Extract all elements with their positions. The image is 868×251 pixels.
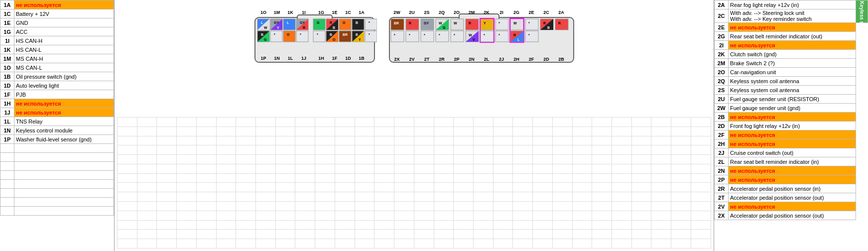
- grid-cell: [631, 136, 651, 145]
- grid-cell: [552, 230, 572, 239]
- svg-text:B: B: [547, 26, 550, 29]
- grid-cell: [631, 145, 651, 155]
- grid-cell: [374, 202, 394, 211]
- grid-cell: [216, 211, 236, 220]
- grid-cell: [256, 239, 276, 249]
- grid-cell: [157, 118, 177, 127]
- table-row: 2OCar-navigation unit: [715, 68, 868, 77]
- grid-cell: [216, 126, 236, 136]
- grid-cell: [434, 118, 454, 127]
- pin-description: не используется: [729, 202, 856, 211]
- grid-cell: [592, 220, 612, 230]
- svg-text:2N: 2N: [469, 57, 475, 62]
- grid-cell: [374, 173, 394, 183]
- svg-text:O: O: [343, 21, 346, 24]
- grid-cell: [355, 173, 374, 183]
- grid-cell: [671, 230, 691, 239]
- grid-cell: [572, 145, 592, 155]
- table-row: 2GRear seat belt reminder indicator (out…: [715, 32, 868, 41]
- grid-cell: [473, 155, 493, 164]
- table-row: 2Fне используется: [715, 130, 868, 139]
- svg-text:1J: 1J: [301, 56, 306, 61]
- grid-cell: [414, 173, 434, 183]
- grid-cell: [592, 211, 612, 220]
- svg-text:*: *: [424, 33, 425, 37]
- pin-label: 1C: [0, 9, 14, 18]
- grid-cell: [691, 173, 711, 183]
- table-row: 2SKeyless system coil antenna: [715, 86, 868, 95]
- grid-cell: [414, 202, 434, 211]
- grid-cell: [651, 173, 671, 183]
- table-row: 2ARear fog light relay +12v (in)Keyless …: [715, 0, 868, 9]
- svg-text:1N: 1N: [274, 56, 280, 61]
- svg-text:1L: 1L: [287, 56, 293, 61]
- grid-cell: [275, 164, 295, 173]
- pin-label: 2U: [715, 95, 729, 104]
- grid-cell: [295, 118, 315, 127]
- grid-cell: [414, 164, 434, 173]
- grid-cell: [434, 220, 454, 230]
- svg-text:R: R: [513, 33, 516, 37]
- pin-label: 1F: [0, 90, 14, 99]
- table-row: 2Hне используется: [715, 139, 868, 148]
- table-row-empty: [0, 198, 114, 207]
- grid-cell: [533, 211, 553, 220]
- grid-cell: [552, 239, 572, 249]
- svg-text:*: *: [484, 33, 485, 37]
- table-row-empty: [0, 171, 114, 180]
- grid-cell: [572, 202, 592, 211]
- svg-text:2E: 2E: [528, 10, 534, 15]
- pin-label: 2N: [715, 166, 729, 175]
- grid-cell: [157, 230, 177, 239]
- grid-cell: [295, 192, 315, 202]
- grid-cell: [691, 118, 711, 127]
- grid-cell: [118, 183, 137, 192]
- svg-text:Y: Y: [359, 38, 361, 41]
- grid-row: [118, 230, 711, 239]
- table-row-empty: [0, 180, 114, 189]
- svg-rect-19: [283, 19, 295, 30]
- grid-cell: [118, 145, 137, 155]
- grid-cell: [454, 183, 474, 192]
- grid-cell: [275, 118, 295, 127]
- grid-cell: [434, 239, 454, 249]
- svg-rect-130: [496, 31, 508, 42]
- svg-rect-118: [421, 31, 434, 42]
- grid-cell: [434, 202, 454, 211]
- svg-text:O: O: [333, 38, 336, 41]
- grid-cell: [454, 211, 474, 220]
- grid-cell: [414, 136, 434, 145]
- pin-label: 2L: [715, 157, 729, 166]
- grid-cell: [236, 211, 256, 220]
- table-row: 1NKeyless control module: [0, 126, 114, 135]
- svg-text:R: R: [409, 21, 411, 25]
- grid-cell: [454, 173, 474, 183]
- grid-cell: [335, 164, 355, 173]
- grid-cell: [552, 118, 572, 127]
- grid-cell: [691, 239, 711, 249]
- svg-rect-122: [451, 31, 464, 42]
- svg-text:G: G: [443, 26, 446, 29]
- svg-text:G: G: [317, 21, 320, 24]
- svg-text:*: *: [498, 21, 500, 25]
- grid-cell: [275, 202, 295, 211]
- pin-label: 2G: [715, 32, 729, 41]
- grid-cell: [295, 155, 315, 164]
- grid-cell: [256, 173, 276, 183]
- table-row: 1EGND: [0, 18, 114, 27]
- grid-cell: [493, 211, 513, 220]
- grid-cell: [335, 183, 355, 192]
- grid-cell: [236, 220, 256, 230]
- grid-cell: [612, 230, 631, 239]
- svg-text:O: O: [287, 33, 290, 36]
- grid-row: [118, 183, 711, 192]
- table-row: 2UFuel gauge sender unit (RESISTOR): [715, 95, 868, 104]
- grid-cell: [216, 155, 236, 164]
- grid-cell: [177, 145, 197, 155]
- svg-text:*: *: [439, 33, 440, 37]
- svg-text:1H: 1H: [318, 56, 324, 61]
- grid-cell: [216, 202, 236, 211]
- grid-cell: [216, 173, 236, 183]
- grid-cell: [118, 192, 137, 202]
- grid-cell: [612, 155, 631, 164]
